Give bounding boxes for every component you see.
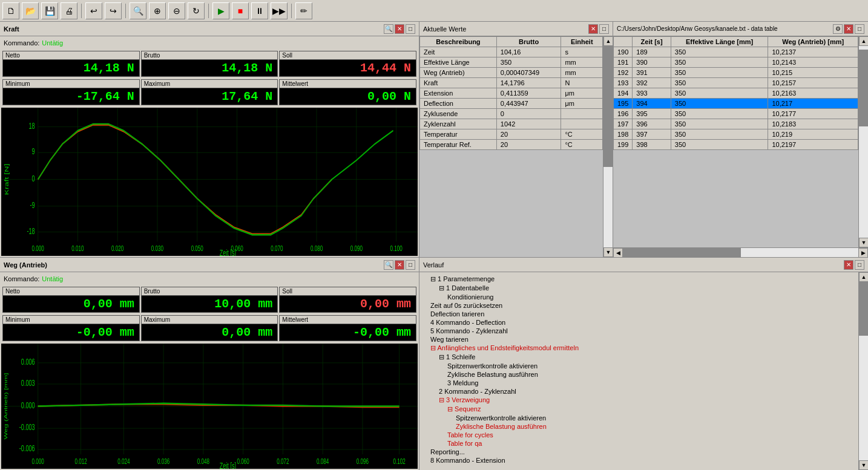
verlauf-scroll-track[interactable] xyxy=(859,282,868,460)
dt-row[interactable]: 19239135010,215 xyxy=(614,68,858,78)
dt-maximize-btn[interactable]: □ xyxy=(855,24,864,34)
verlauf-tree: ⊟ 1 Parametermenge⊟ 1 Datentabelle Kondi… xyxy=(419,272,858,470)
weg-close-btn[interactable]: ✕ xyxy=(395,260,404,270)
fast-forward-button[interactable]: ▶▶ xyxy=(271,2,288,19)
dt-col-zeit: Zeit [s] xyxy=(633,37,671,47)
av-col-brutto: Brutto xyxy=(496,37,561,47)
refresh-button[interactable]: ↻ xyxy=(188,2,205,19)
weg-controls: 🔍 ✕ □ xyxy=(384,260,415,270)
tree-item[interactable]: Table for qa xyxy=(422,439,856,448)
stop-button[interactable]: ■ xyxy=(232,2,249,19)
tree-item[interactable]: 5 Kommando - Zyklenzahl xyxy=(422,327,856,335)
dt-row[interactable]: 19939835010,2197 xyxy=(614,140,858,150)
dt-scrollbar[interactable]: ▲ ▼ xyxy=(858,36,868,247)
kraft-close-btn[interactable]: ✕ xyxy=(395,24,404,34)
dt-scroll-down[interactable]: ▼ xyxy=(859,238,868,247)
weg-measures-top: Netto 0,00 mm Brutto 10,00 mm Soll 0,00 … xyxy=(0,286,419,314)
dt-row[interactable]: 19739635010,2183 xyxy=(614,119,858,129)
open-button[interactable]: 📂 xyxy=(22,2,39,19)
dt-col-idx xyxy=(614,37,633,47)
dt-row[interactable]: 19018935010,2137 xyxy=(614,47,858,57)
dt-row[interactable]: 19839735010,219 xyxy=(614,129,858,140)
svg-text:-9: -9 xyxy=(30,200,35,211)
dt-close-btn[interactable]: ✕ xyxy=(844,24,853,34)
new-button[interactable]: 🗋 xyxy=(2,2,19,19)
remove-button[interactable]: ⊖ xyxy=(168,2,185,19)
tree-item[interactable]: Zyklische Belastung ausführen xyxy=(422,370,856,379)
tree-item[interactable]: 3 Meldung xyxy=(422,379,856,387)
tree-item[interactable]: Deflection tarieren xyxy=(422,310,856,318)
av-cell-brutto: 14,1796 xyxy=(496,78,561,88)
separator-2 xyxy=(125,4,126,18)
run-button[interactable]: ▶ xyxy=(212,2,229,19)
dt-row[interactable]: 19139035010,2143 xyxy=(614,57,858,68)
svg-text:9: 9 xyxy=(32,146,35,157)
av-scroll-down[interactable]: ▼ xyxy=(603,247,613,257)
av-row: Extension0,411359μm xyxy=(420,88,603,99)
kraft-soll-label: Soll xyxy=(280,51,416,60)
tree-item[interactable]: ⊟ 1 Parametermenge xyxy=(422,275,856,284)
verlauf-scrollbar[interactable]: ▲ ▼ xyxy=(858,272,868,470)
tree-item[interactable]: Konditionierung xyxy=(422,293,856,301)
dt-row[interactable]: 19339235010,2157 xyxy=(614,78,858,88)
undo-button[interactable]: ↩ xyxy=(85,2,102,19)
dt-row[interactable]: 19439335010,2163 xyxy=(614,88,858,99)
tree-item[interactable]: ⊟ 1 Schleife xyxy=(422,353,856,362)
tree-item[interactable]: Reporting... xyxy=(422,448,856,456)
print-button[interactable]: 🖨 xyxy=(61,2,77,19)
verlauf-scroll-down[interactable]: ▼ xyxy=(859,460,868,470)
av-scroll-up[interactable]: ▲ xyxy=(603,36,613,46)
redo-button[interactable]: ↪ xyxy=(105,2,122,19)
dt-cell-eff: 350 xyxy=(671,99,768,109)
dt-title: C:/Users/John/Desktop/Anw Geosys/kanaele… xyxy=(617,25,778,32)
dt-scroll-up[interactable]: ▲ xyxy=(859,36,868,46)
verlauf-close-btn[interactable]: ✕ xyxy=(844,260,853,270)
save-button[interactable]: 💾 xyxy=(41,2,58,19)
av-cell-brutto: 20 xyxy=(496,129,561,140)
av-close-btn[interactable]: ✕ xyxy=(588,24,598,34)
edit-button[interactable]: ✏ xyxy=(295,2,312,19)
dt-row[interactable]: 19539435010,217 xyxy=(614,99,858,109)
tree-item[interactable]: 2 Kommando - Zyklenzahl xyxy=(422,387,856,396)
av-cell-einheit: °C xyxy=(561,129,603,140)
tree-item[interactable]: Weg tarieren xyxy=(422,335,856,344)
tree-item[interactable]: Zeit auf 0s zurücksetzen xyxy=(422,301,856,310)
tree-item[interactable]: ⊟ 1 Datentabelle xyxy=(422,284,856,293)
dt-scroll-track[interactable] xyxy=(859,46,868,238)
dt-htrack[interactable] xyxy=(623,248,858,257)
tree-item[interactable]: Table for cycles xyxy=(422,431,856,439)
verlauf-maximize-btn[interactable]: □ xyxy=(855,260,864,270)
tree-item[interactable]: 8 Kommando - Extension xyxy=(422,456,856,465)
av-cell-einheit: mm xyxy=(561,57,603,68)
av-cell-brutto: 20 xyxy=(496,140,561,150)
pause-button[interactable]: ⏸ xyxy=(251,2,268,19)
tree-item[interactable]: ⊟ 3 Verzweigung xyxy=(422,396,856,405)
tree-item[interactable]: Zyklische Belastung ausführen xyxy=(422,422,856,431)
dt-cell-row: 395 xyxy=(633,109,671,119)
tree-item[interactable]: ⊟ Sequenz xyxy=(422,405,856,414)
dt-cell-eff: 350 xyxy=(671,47,768,57)
dt-settings-btn[interactable]: ⚙ xyxy=(833,24,843,34)
kraft-search-btn[interactable]: 🔍 xyxy=(384,24,393,34)
tree-item[interactable]: Spitzenwertkontrolle aktivieren xyxy=(422,414,856,422)
add-button[interactable]: ⊕ xyxy=(149,2,166,19)
svg-text:0.072: 0.072 xyxy=(277,457,289,465)
kraft-max-label: Maximum xyxy=(142,80,278,88)
av-scroll-track[interactable] xyxy=(603,46,613,247)
tree-item[interactable]: Spitzenwertkontrolle aktivieren xyxy=(422,362,856,370)
dt-hscrollbar[interactable]: ◀ ▶ xyxy=(613,247,868,257)
tree-item[interactable]: ⊟ Anfängliches und Endsteifigkeitsmodul … xyxy=(422,344,856,353)
dt-cell-row: 390 xyxy=(633,57,671,68)
weg-maximize-btn[interactable]: □ xyxy=(406,260,415,270)
dt-row[interactable]: 19639535010,2177 xyxy=(614,109,858,119)
dt-cell-weg: 10,215 xyxy=(768,68,858,78)
kraft-maximize-btn[interactable]: □ xyxy=(406,24,415,34)
av-scrollbar[interactable]: ▲ ▼ xyxy=(603,36,613,257)
weg-search-btn[interactable]: 🔍 xyxy=(384,260,393,270)
tree-item[interactable]: 4 Kommando - Deflection xyxy=(422,318,856,327)
dt-scroll-right[interactable]: ▶ xyxy=(858,248,868,258)
zoom-in-button[interactable]: 🔍 xyxy=(130,2,146,19)
verlauf-scroll-up[interactable]: ▲ xyxy=(859,272,868,282)
dt-scroll-left[interactable]: ◀ xyxy=(613,248,623,258)
av-maximize-btn[interactable]: □ xyxy=(599,24,609,34)
